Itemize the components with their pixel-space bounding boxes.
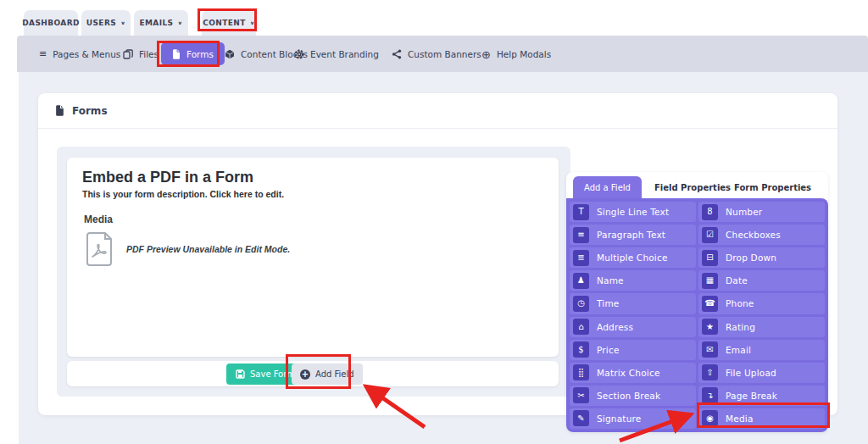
chevron-down-icon: ∨	[120, 20, 125, 25]
number-icon: 8	[702, 204, 718, 220]
subnav-label-files: Files	[139, 49, 159, 59]
field-button-media[interactable]: ◉ Media	[698, 408, 825, 429]
field-button-date[interactable]: ▦ Date	[698, 270, 825, 291]
subnav-item-custom-banners[interactable]: Custom Banners	[392, 49, 481, 59]
person-icon: ♟	[573, 273, 589, 289]
form-editor-card: Embed a PDF in a Form This is your form …	[67, 158, 559, 357]
subnav-label-custom-banners: Custom Banners	[408, 49, 481, 59]
list-icon: ≣	[573, 250, 589, 266]
tab-add-a-field[interactable]: Add a Field	[573, 176, 642, 198]
field-button-rating[interactable]: ★ Rating	[698, 317, 825, 337]
subnav-item-pages-menus[interactable]: ≡ Pages & Menus	[39, 49, 120, 59]
field-button-section-break[interactable]: ✂ Section Break	[570, 386, 696, 406]
media-field-label: Media	[84, 214, 543, 225]
field-button-matrix-choice[interactable]: ⣿ Matrix Choice	[570, 363, 696, 383]
field-palette-panel: Add a Field Field Properties Form Proper…	[566, 172, 828, 432]
field-buttons-grid: T Single Line Text 8 Number ≡ Paragraph …	[566, 198, 828, 432]
tab-emails-label: EMAILS	[139, 19, 173, 27]
tab-content-label: CONTENT	[203, 19, 246, 27]
subnav-item-forms-active[interactable]: Forms	[161, 42, 225, 65]
field-button-number[interactable]: 8 Number	[698, 202, 825, 222]
document-icon	[172, 49, 181, 59]
page-title: Forms	[72, 105, 108, 117]
field-button-address[interactable]: ⌂ Address	[570, 317, 696, 337]
copy-pages-icon	[123, 49, 133, 59]
field-button-single-line-text[interactable]: T Single Line Text	[570, 202, 696, 222]
tab-users[interactable]: USERS ∨	[81, 10, 131, 36]
field-button-file-upload[interactable]: ⇧ File Upload	[698, 363, 825, 383]
plus-circle-icon: +	[300, 369, 310, 380]
form-description[interactable]: This is your form description. Click her…	[82, 189, 543, 199]
scissors-icon: ✂	[573, 387, 589, 403]
share-icon	[392, 49, 402, 59]
subnav-label-pages-menus: Pages & Menus	[53, 49, 120, 59]
field-button-multiple-choice[interactable]: ≣ Multiple Choice	[570, 247, 696, 268]
field-button-paragraph-text[interactable]: ≡ Paragraph Text	[570, 225, 696, 245]
palette-tabs: Add a Field Field Properties Form Proper…	[566, 172, 828, 198]
upload-icon: ⇧	[702, 364, 718, 380]
menu-icon: ≡	[39, 49, 47, 58]
pdf-preview-notice: PDF Preview Unavailable in Edit Mode.	[126, 244, 290, 254]
text-icon: T	[573, 204, 589, 220]
tab-dashboard-label: DASHBOARD	[22, 19, 80, 27]
subnav-item-files[interactable]: Files	[123, 49, 159, 59]
field-button-email[interactable]: ✉ Email	[698, 340, 825, 360]
subnav-label-help-modals: Help Modals	[497, 49, 551, 59]
page-break-icon: ↴	[702, 387, 718, 403]
camera-icon: ◉	[702, 410, 718, 426]
add-field-button[interactable]: + Add Field	[292, 364, 363, 385]
chevron-down-icon: ∨	[250, 20, 255, 25]
field-button-page-break[interactable]: ↴ Page Break	[698, 386, 825, 406]
save-form-label: Save Form	[250, 369, 295, 379]
tab-users-label: USERS	[86, 19, 116, 27]
save-icon	[236, 369, 245, 379]
checkbox-icon: ☑	[702, 227, 718, 243]
tab-dashboard[interactable]: DASHBOARD	[24, 10, 78, 36]
gear-icon	[294, 49, 304, 59]
pdf-preview-row: PDF Preview Unavailable in Edit Mode.	[84, 231, 543, 267]
subnav-label-event-branding: Event Branding	[310, 49, 379, 59]
subnav-item-event-branding[interactable]: Event Branding	[294, 49, 379, 59]
pen-icon: ✎	[573, 410, 589, 426]
chevron-down-icon: ∨	[177, 20, 182, 25]
field-button-price[interactable]: $ Price	[570, 340, 696, 360]
subnav-label-forms: Forms	[186, 49, 214, 59]
grid-dots-icon: ⣿	[573, 364, 589, 380]
price-icon: $	[573, 341, 589, 358]
tab-form-properties[interactable]: Form Properties	[734, 176, 811, 198]
cube-icon	[225, 49, 235, 59]
dropdown-icon: ⊟	[702, 250, 718, 266]
form-title[interactable]: Embed a PDF in a Form	[82, 169, 543, 186]
field-button-time[interactable]: ◷ Time	[570, 293, 696, 314]
field-button-signature[interactable]: ✎ Signature	[570, 408, 696, 429]
phone-icon: ☎	[702, 296, 718, 312]
add-field-label: Add Field	[315, 369, 354, 379]
tab-content[interactable]: CONTENT ∨	[202, 10, 256, 36]
content-subnav: ≡ Pages & Menus Files Forms Content Bloc…	[17, 36, 868, 72]
page: DASHBOARD USERS ∨ EMAILS ∨ CONTENT ∨ ≡ P…	[0, 0, 868, 444]
field-button-checkboxes[interactable]: ☑ Checkboxes	[698, 225, 825, 245]
tab-field-properties[interactable]: Field Properties	[654, 176, 731, 198]
subnav-item-help-modals[interactable]: ⊕ Help Modals	[481, 48, 551, 59]
field-button-phone[interactable]: ☎ Phone	[698, 293, 825, 314]
home-icon: ⌂	[573, 319, 589, 335]
clock-icon: ◷	[573, 296, 589, 312]
field-button-name[interactable]: ♟ Name	[570, 270, 696, 291]
pdf-file-icon	[84, 231, 114, 267]
star-icon: ★	[702, 319, 718, 335]
forms-card-header: Forms	[38, 93, 837, 129]
tab-emails[interactable]: EMAILS ∨	[134, 10, 188, 36]
document-icon	[55, 105, 64, 116]
paragraph-icon: ≡	[573, 227, 589, 243]
calendar-icon: ▦	[702, 273, 718, 289]
globe-icon: ⊕	[481, 48, 491, 59]
envelope-icon: ✉	[702, 341, 718, 358]
field-button-drop-down[interactable]: ⊟ Drop Down	[698, 247, 825, 268]
